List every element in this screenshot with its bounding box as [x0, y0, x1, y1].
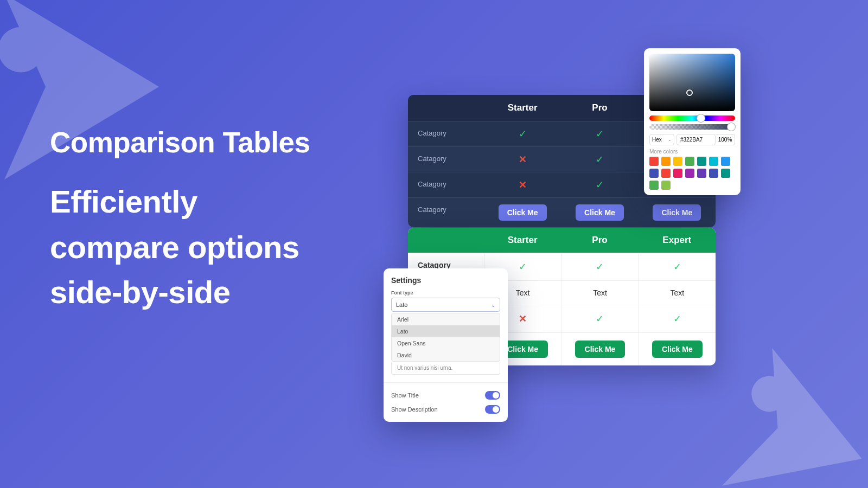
svg-marker-2	[722, 348, 868, 488]
plan-cta-button[interactable]: Click Me	[575, 341, 626, 358]
chevron-down-icon: ⌄	[668, 137, 672, 142]
alpha-input[interactable]: 100%	[716, 134, 735, 145]
cell-text: Text	[561, 281, 638, 305]
plan-cta-button[interactable]: Click Me	[576, 204, 624, 221]
page-title: Comparison Tables	[50, 126, 310, 159]
cell: ✓	[484, 121, 561, 146]
show-title-label: Show Title	[391, 392, 419, 399]
color-swatch[interactable]	[649, 157, 659, 166]
plan-cta-button[interactable]: Click Me	[653, 204, 701, 221]
color-cursor-icon[interactable]	[686, 89, 693, 96]
settings-panel: Settings Font type Lato ⌄ ArielLatoOpen …	[384, 268, 508, 422]
color-swatch[interactable]	[721, 157, 730, 166]
promo-stage: Comparison Tables Efficiently compare op…	[0, 0, 868, 488]
plan-header: Pro	[561, 228, 638, 253]
font-dropdown-list: ArielLatoOpen SansDavid	[391, 313, 500, 362]
check-icon: ✓	[519, 128, 527, 140]
plan-header: Starter	[484, 95, 561, 121]
header-blank	[408, 228, 484, 253]
decorative-shape-top	[0, 0, 190, 190]
color-swatch[interactable]	[649, 181, 659, 190]
cross-icon: ✕	[519, 313, 527, 325]
font-option[interactable]: Lato	[392, 325, 500, 337]
row-label: Catagory	[408, 147, 484, 172]
cross-icon: ✕	[519, 179, 527, 191]
show-description-label: Show Description	[391, 406, 438, 413]
color-swatch[interactable]	[661, 181, 671, 190]
subtitle-line: side-by-side	[50, 269, 299, 315]
row-label: Catagory	[408, 121, 484, 146]
font-type-select[interactable]: Lato ⌄	[391, 298, 500, 312]
plan-cta-button[interactable]: Click Me	[499, 204, 547, 221]
check-icon: ✓	[519, 261, 527, 273]
page-subtitle: Efficiently compare options side-by-side	[50, 179, 299, 315]
color-swatch[interactable]	[685, 157, 694, 166]
plan-cta-button[interactable]: Click Me	[652, 341, 703, 358]
color-swatch[interactable]	[697, 157, 706, 166]
check-icon: ✓	[673, 261, 681, 273]
cell: ✕	[484, 172, 561, 197]
color-swatch[interactable]	[673, 157, 682, 166]
font-type-label: Font type	[391, 290, 500, 296]
subtitle-line: Efficiently	[50, 179, 299, 224]
font-option[interactable]: David	[392, 349, 500, 361]
table-row: Catagory Click Me Click Me Click Me	[408, 197, 716, 227]
cell: ✓	[561, 147, 638, 172]
color-swatch[interactable]	[673, 169, 682, 178]
show-description-toggle[interactable]	[485, 405, 500, 414]
color-swatch[interactable]	[709, 157, 718, 166]
swatch-grid	[649, 157, 735, 190]
color-swatch[interactable]	[661, 157, 671, 166]
cell: ✕	[484, 147, 561, 172]
plan-header: Pro	[561, 95, 638, 121]
hex-input[interactable]: #322BA7	[676, 134, 716, 145]
color-canvas[interactable]	[649, 54, 735, 111]
more-colors-label: More colors	[649, 149, 735, 155]
row-label: Catagory	[408, 198, 484, 227]
show-title-toggle[interactable]	[485, 391, 500, 400]
hue-slider[interactable]	[649, 115, 735, 121]
subtitle-line: compare options	[50, 224, 299, 270]
divider	[384, 382, 508, 383]
cell: ✓	[561, 172, 638, 197]
check-icon: ✓	[673, 313, 681, 325]
chevron-down-icon: ⌄	[491, 302, 495, 308]
check-icon: ✓	[596, 313, 604, 325]
check-icon: ✓	[596, 128, 604, 140]
svg-point-1	[0, 27, 43, 73]
color-swatch[interactable]	[697, 169, 706, 178]
cell-text: Text	[639, 281, 716, 305]
color-swatch[interactable]	[709, 169, 718, 178]
decorative-shape-bottom	[704, 335, 868, 488]
color-swatch[interactable]	[649, 169, 659, 178]
font-option[interactable]: Open Sans	[392, 337, 500, 349]
alpha-slider[interactable]	[649, 124, 735, 130]
settings-title: Settings	[391, 276, 500, 285]
check-icon: ✓	[596, 261, 604, 273]
color-swatch[interactable]	[661, 169, 671, 178]
font-type-value: Lato	[396, 301, 407, 308]
plan-header: Expert	[639, 228, 716, 253]
font-option[interactable]: Ariel	[392, 313, 500, 325]
cross-icon: ✕	[519, 153, 527, 165]
check-icon: ✓	[596, 179, 604, 191]
header-blank	[408, 95, 484, 121]
table-header-row: Starter Pro Expert	[408, 228, 716, 253]
cell: ✓	[561, 121, 638, 146]
description-textarea[interactable]: Ut non varius nisi urna.	[391, 362, 500, 375]
check-icon: ✓	[596, 153, 604, 165]
alpha-handle-icon[interactable]	[727, 123, 735, 131]
color-mode-value: Hex	[652, 137, 662, 143]
color-picker-panel: Hex ⌄ #322BA7 100% More colors	[644, 48, 741, 195]
color-swatch[interactable]	[685, 169, 694, 178]
hue-handle-icon[interactable]	[697, 114, 705, 122]
color-swatch[interactable]	[721, 169, 730, 178]
color-mode-select[interactable]: Hex ⌄	[649, 134, 674, 145]
row-label: Catagory	[408, 172, 484, 197]
plan-header: Starter	[484, 228, 561, 253]
